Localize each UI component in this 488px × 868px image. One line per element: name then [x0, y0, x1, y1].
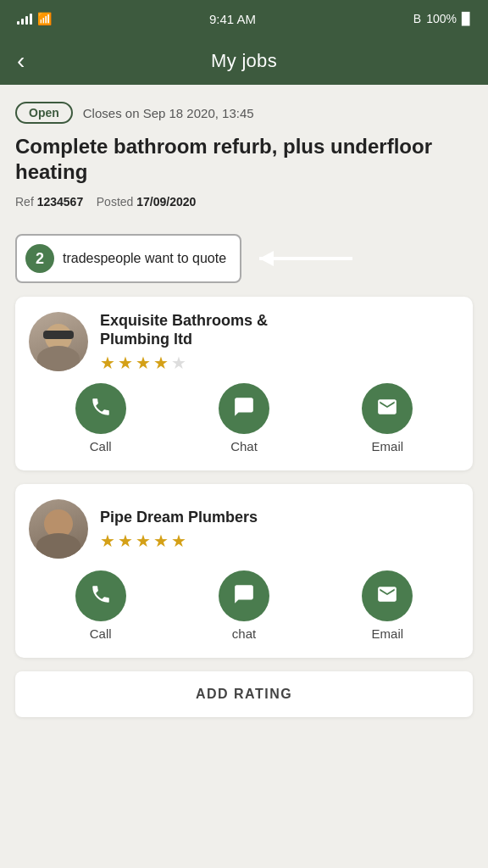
chat-circle-2	[219, 570, 269, 621]
avatar-2	[29, 499, 88, 559]
star-2-2: ★	[118, 532, 133, 549]
job-ref: Ref 1234567 Posted 17/09/2020	[15, 195, 473, 209]
trade-info-2: Pipe Dream Plumbers ★ ★ ★ ★ ★	[100, 509, 258, 549]
star-2-5: ★	[171, 532, 186, 549]
svg-marker-1	[259, 251, 274, 266]
trade-card-header-2: Pipe Dream Plumbers ★ ★ ★ ★ ★	[29, 499, 459, 559]
email-label-1: Email	[372, 439, 404, 453]
quote-count: 2	[25, 244, 54, 273]
quote-banner-text: tradespeople want to quote	[63, 251, 226, 266]
status-time: 9:41 AM	[209, 12, 256, 26]
job-title: Complete bathroom refurb, plus underfloo…	[15, 134, 473, 185]
quote-banner[interactable]: 2 tradespeople want to quote	[15, 234, 241, 283]
phone-icon-1	[90, 396, 112, 421]
job-header: Open Closes on Sep 18 2020, 13:45 Comple…	[15, 102, 473, 222]
star-1-4: ★	[153, 354, 169, 371]
avatar-1	[29, 312, 88, 371]
email-circle-2	[362, 570, 413, 621]
call-label-2: Call	[90, 626, 112, 641]
nav-bar: ‹ My jobs	[0, 37, 488, 85]
battery-icon: ▉	[462, 12, 471, 25]
trade-name-1: Exquisite Bathrooms &Plumbing ltd	[100, 312, 268, 348]
quote-banner-wrapper: 2 tradespeople want to quote	[15, 234, 473, 283]
email-label-2: Email	[372, 626, 404, 641]
trade-info-1: Exquisite Bathrooms &Plumbing ltd ★ ★ ★ …	[100, 312, 268, 370]
star-2-3: ★	[136, 532, 151, 549]
email-button-2[interactable]: Email	[362, 570, 413, 641]
email-circle-1	[362, 383, 413, 434]
sunglasses-decoration	[43, 331, 74, 339]
trade-card-1: Exquisite Bathrooms &Plumbing ltd ★ ★ ★ …	[15, 297, 473, 470]
trade-card-header-1: Exquisite Bathrooms &Plumbing ltd ★ ★ ★ …	[29, 312, 459, 371]
battery-percent: 100%	[426, 12, 457, 25]
call-circle-1	[75, 383, 126, 434]
star-2-1: ★	[100, 532, 115, 549]
job-status-row: Open Closes on Sep 18 2020, 13:45	[15, 102, 473, 124]
status-right: B 100% ▉	[413, 12, 471, 25]
chat-icon-1	[233, 396, 255, 421]
ref-label: Ref	[15, 195, 34, 209]
back-button[interactable]: ‹	[17, 49, 25, 73]
arrow-indicator	[255, 244, 357, 273]
ref-number: 1234567	[37, 195, 84, 209]
email-icon-1	[376, 396, 398, 421]
action-row-1: Call Chat	[29, 383, 459, 453]
star-1-5: ★	[171, 354, 186, 371]
signal-icon	[17, 13, 32, 25]
closes-text: Closes on Sep 18 2020, 13:45	[83, 106, 254, 120]
chat-icon-2	[233, 583, 255, 609]
stars-2: ★ ★ ★ ★ ★	[100, 532, 258, 549]
call-button-1[interactable]: Call	[75, 383, 126, 453]
main-content: Open Closes on Sep 18 2020, 13:45 Comple…	[0, 85, 488, 658]
status-bar: 📶 9:41 AM B 100% ▉	[0, 0, 488, 37]
stars-1: ★ ★ ★ ★ ★	[100, 354, 268, 371]
posted-label: Posted	[97, 195, 134, 209]
trade-card-2: Pipe Dream Plumbers ★ ★ ★ ★ ★	[15, 484, 473, 658]
chat-label-2: chat	[232, 626, 256, 641]
chat-circle-1	[219, 383, 269, 434]
bluetooth-icon: B	[413, 12, 421, 25]
action-row-2: Call chat	[29, 570, 459, 641]
star-2-4: ★	[153, 532, 169, 549]
email-icon-2	[376, 583, 398, 609]
chat-button-1[interactable]: Chat	[219, 383, 269, 453]
status-left: 📶	[17, 12, 52, 25]
chat-label-1: Chat	[230, 439, 258, 453]
status-badge: Open	[15, 102, 73, 124]
star-1-3: ★	[136, 354, 151, 371]
posted-date: 17/09/2020	[136, 195, 196, 209]
call-label-1: Call	[90, 439, 112, 453]
add-rating-button[interactable]: ADD RATING	[15, 671, 473, 717]
email-button-1[interactable]: Email	[362, 383, 413, 453]
call-button-2[interactable]: Call	[75, 570, 126, 641]
star-1-2: ★	[118, 354, 133, 371]
page-title: My jobs	[211, 50, 277, 72]
phone-icon-2	[90, 583, 112, 609]
add-rating-bar: ADD RATING	[0, 671, 488, 743]
star-1-1: ★	[100, 354, 115, 371]
call-circle-2	[75, 570, 126, 621]
trade-name-2: Pipe Dream Plumbers	[100, 509, 258, 527]
chat-button-2[interactable]: chat	[219, 570, 269, 641]
wifi-icon: 📶	[37, 12, 52, 25]
